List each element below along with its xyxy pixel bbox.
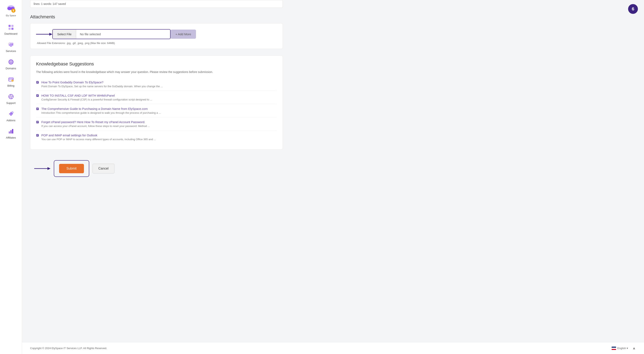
footer: Copyright © 2024 ElySpace IT Services LL… [22, 342, 644, 354]
add-more-button[interactable]: + Add More [170, 30, 196, 39]
language-label: English ▾ [617, 347, 628, 350]
kb-list-item: The Comprehensive Guide to Purchasing a … [36, 104, 277, 118]
sidebar-item-dashboard-label: Dashboard [4, 32, 18, 35]
sidebar-item-support-label: Support [6, 102, 16, 104]
svg-rect-6 [12, 25, 14, 27]
page-content: lines: 1 words: 147 saved Attachments Se… [22, 0, 291, 342]
svg-rect-34 [10, 130, 12, 134]
svg-rect-48 [37, 109, 38, 109]
language-selector[interactable]: English ▾ [612, 347, 628, 350]
sidebar-item-support[interactable]: Support [0, 90, 22, 108]
submit-section: Submit Cancel [30, 156, 283, 181]
sidebar: $ Ely Space Dashboard Services [0, 0, 22, 354]
kb-list-item: How To Point Godaddy Domain To ElySpace?… [36, 78, 277, 91]
svg-rect-45 [37, 96, 38, 96]
svg-rect-10 [9, 43, 10, 44]
select-file-button[interactable]: Select File [53, 30, 76, 39]
dashboard-icon [7, 24, 15, 31]
attachments-section: Attachments Select File No file selected… [30, 14, 283, 49]
services-icon [7, 41, 15, 48]
sidebar-item-domains-label: Domains [6, 67, 16, 70]
svg-rect-35 [12, 129, 13, 134]
sidebar-item-services[interactable]: Services [0, 38, 22, 56]
submit-button[interactable]: Submit [59, 164, 84, 173]
footer-right: English ▾ ▲ [612, 346, 636, 350]
sidebar-item-services-label: Services [6, 50, 16, 52]
svg-rect-7 [8, 28, 10, 30]
svg-rect-53 [37, 123, 38, 123]
kb-item-desc-2: Introduction This comprehensive guide is… [41, 111, 161, 114]
billing-icon: $ [7, 76, 15, 83]
svg-point-24 [9, 94, 13, 99]
sidebar-item-affiliates-label: Affiliates [6, 136, 16, 139]
cancel-button[interactable]: Cancel [92, 164, 114, 174]
kb-item-content-4: POP and IMAP email settings for Outlook … [41, 134, 156, 141]
svg-marker-59 [48, 167, 50, 170]
file-input-arrow-wrapper: Select File No file selected + Add More [36, 29, 277, 39]
sidebar-item-billing[interactable]: $ Billing [0, 73, 22, 90]
svg-rect-56 [37, 135, 38, 136]
kb-item-icon [36, 94, 39, 98]
kb-item-icon [36, 121, 39, 124]
kb-item-title-1[interactable]: HOW TO INSTALL CSF AND LDF WITH WHM/cPan… [41, 94, 152, 97]
svg-rect-55 [37, 135, 38, 135]
text-info-bar: lines: 1 words: 147 saved [30, 0, 283, 8]
sidebar-item-affiliates[interactable]: Affiliates [0, 125, 22, 142]
kb-item-content-3: Forget cPanel password? Here How To Rese… [41, 120, 150, 128]
submit-box: Submit [54, 160, 89, 177]
svg-rect-43 [37, 95, 38, 96]
notification-badge[interactable]: 6 [628, 4, 638, 14]
copyright-text: Copyright © 2024 ElySpace IT Services LL… [30, 347, 107, 350]
no-file-label: No file selected [76, 30, 170, 39]
svg-text:www: www [9, 61, 13, 63]
kb-item-title-3[interactable]: Forget cPanel password? Here How To Rese… [41, 120, 150, 124]
svg-rect-11 [11, 43, 13, 44]
sidebar-item-domains[interactable]: www Domains [0, 56, 22, 73]
svg-rect-33 [9, 132, 10, 134]
file-select-box[interactable]: Select File No file selected [52, 29, 170, 39]
arrow-right-icon [36, 31, 52, 37]
svg-rect-57 [37, 136, 38, 136]
app-logo: $ Ely Space [6, 3, 16, 17]
kb-items-list: How To Point Godaddy Domain To ElySpace?… [36, 78, 277, 144]
kb-description: The following articles were found in the… [36, 70, 277, 74]
svg-rect-39 [37, 82, 38, 82]
affiliates-icon [7, 128, 15, 135]
kb-item-content-1: HOW TO INSTALL CSF AND LDF WITH WHM/cPan… [41, 94, 152, 101]
sidebar-item-billing-label: Billing [7, 84, 14, 87]
kb-item-title-2[interactable]: The Comprehensive Guide to Purchasing a … [41, 107, 161, 110]
logo-icon: $ [6, 3, 16, 14]
kb-list-item: POP and IMAP email settings for Outlook … [36, 131, 277, 144]
attachments-title: Attachments [30, 14, 283, 20]
svg-rect-8 [12, 28, 14, 30]
sidebar-item-dashboard[interactable]: Dashboard [0, 21, 22, 38]
kb-item-desc-0: Point Domain To ElySpace, Set up the nam… [41, 85, 163, 88]
svg-rect-12 [11, 44, 12, 44]
kb-item-title-0[interactable]: How To Point Godaddy Domain To ElySpace? [41, 80, 163, 84]
submit-arrow-icon [34, 166, 50, 172]
kb-item-desc-3: If you can access your cPanel account, f… [41, 124, 150, 128]
svg-rect-49 [37, 110, 38, 110]
kb-item-content-2: The Comprehensive Guide to Purchasing a … [41, 107, 161, 114]
svg-point-25 [10, 96, 12, 98]
svg-rect-41 [37, 83, 38, 83]
svg-rect-47 [37, 108, 38, 109]
svg-marker-37 [49, 33, 52, 36]
svg-rect-13 [10, 46, 12, 46]
kb-item-desc-4: You can use POP or IMAP to access many d… [41, 138, 156, 141]
flag-icon [612, 347, 616, 350]
svg-rect-44 [37, 96, 38, 96]
allowed-extensions-text: Allowed File Extensions: .jpg, .gif, .jp… [36, 42, 277, 45]
kb-list-item: HOW TO INSTALL CSF AND LDF WITH WHM/cPan… [36, 91, 277, 104]
svg-rect-52 [37, 122, 38, 122]
kb-item-title-4[interactable]: POP and IMAP email settings for Outlook [41, 134, 156, 137]
kb-item-content-0: How To Point Godaddy Domain To ElySpace?… [41, 80, 163, 88]
svg-text:$: $ [13, 9, 14, 12]
svg-rect-21 [9, 79, 13, 80]
main-content: 6 lines: 1 words: 147 saved Attachments … [22, 0, 644, 354]
domains-icon: www [7, 58, 15, 66]
svg-text:$: $ [12, 80, 13, 82]
sidebar-item-addons[interactable]: Addons [0, 108, 22, 125]
back-to-top-button[interactable]: ▲ [632, 346, 636, 350]
kb-list-item: Forget cPanel password? Here How To Rese… [36, 118, 277, 131]
